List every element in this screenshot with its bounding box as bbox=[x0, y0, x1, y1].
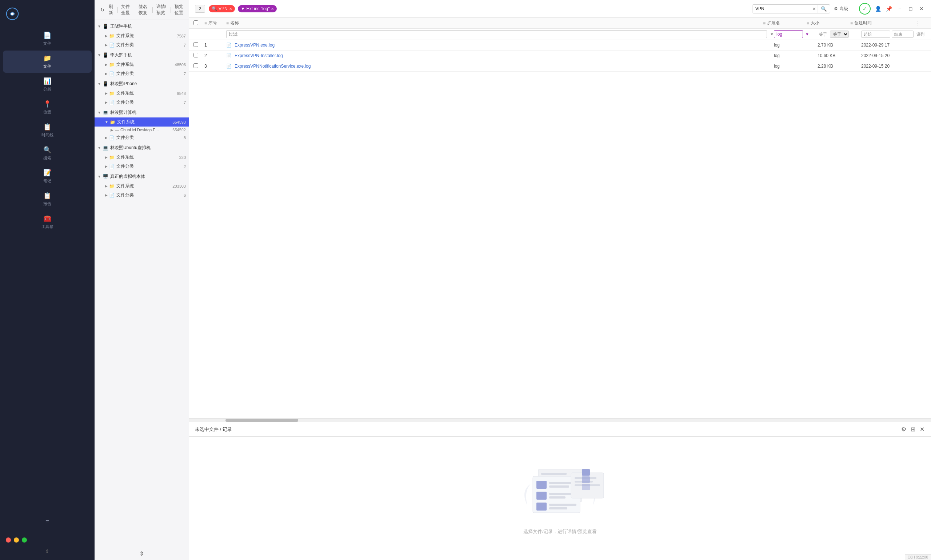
analyze-icon: 📊 bbox=[43, 77, 51, 85]
device-linjunxi-iphone: ▼ 📱 林浚熙iPhone ▶ 📁 文件系统 9548 ▶ 📄 文件分类 7 bbox=[95, 79, 189, 107]
sidebar-item-timeline[interactable]: 📋 时间线 bbox=[3, 119, 92, 142]
preview-header: 未选中文件 / 记录 ⚙ ⊞ ✕ bbox=[189, 422, 931, 437]
sidebar-menu-btn[interactable]: ☰ bbox=[5, 517, 90, 527]
sign-restore-label[interactable]: 签名恢复 bbox=[138, 4, 149, 16]
detail-preview-label[interactable]: 详情/预览 bbox=[156, 4, 167, 16]
filter-tab-2[interactable]: 2 bbox=[195, 5, 205, 13]
svg-point-1 bbox=[11, 12, 14, 15]
linjunxi-pc-subitem[interactable]: ▶ — ChunHei Desktop.E... 654592 bbox=[95, 126, 189, 133]
col-date-header[interactable]: ≡ 创建时间 bbox=[850, 20, 916, 26]
svg-rect-12 bbox=[549, 496, 566, 498]
preview-location-label[interactable]: 预览位置 bbox=[175, 4, 185, 16]
device-lidahui-header[interactable]: ▼ 📱 李大辉手机 bbox=[95, 50, 189, 60]
vpn-filter-tag[interactable]: 🔍 VPN ✕ bbox=[209, 5, 235, 12]
linjunxi-pc-filesystem[interactable]: ▼ 📁 文件系统 654593 bbox=[95, 117, 189, 126]
linjunxi-pc-filecategory[interactable]: ▶ 📄 文件分类 8 bbox=[95, 133, 189, 142]
filecategory4-label: 文件分类 bbox=[116, 135, 182, 141]
date-start-input[interactable] bbox=[861, 31, 890, 38]
filter-size-select[interactable]: 等于 大于 小于 bbox=[830, 31, 849, 38]
col-ext-header[interactable]: ≡ 扩展名 bbox=[763, 20, 806, 26]
linjunxi-iphone-filesystem[interactable]: ▶ 📁 文件系统 9548 bbox=[95, 89, 189, 98]
device-vm-name: 真正的虚拟机本体 bbox=[110, 174, 186, 180]
file-row-3-checkbox[interactable] bbox=[194, 63, 205, 69]
files-all-label[interactable]: 文件全显 bbox=[121, 4, 131, 16]
file-row-1-size: 2.70 KB bbox=[817, 43, 861, 48]
file-row-1-checkbox[interactable] bbox=[194, 42, 205, 48]
linjunxi-iphone-filecategory[interactable]: ▶ 📄 文件分类 7 bbox=[95, 98, 189, 107]
name-filter-input[interactable] bbox=[226, 30, 767, 38]
device-linjunxi-pc-header[interactable]: ▼ 💻 林浚熙计算机 bbox=[95, 108, 189, 117]
sidebar-item-analyze[interactable]: 📊 分析 bbox=[3, 74, 92, 95]
device-wangxiaolin-header[interactable]: ▼ 📱 王晓琳手机 bbox=[95, 22, 189, 31]
close-traffic-light[interactable] bbox=[6, 537, 11, 543]
col-num-header[interactable]: ≡ 序号 bbox=[205, 20, 226, 26]
lidahui-filecategory[interactable]: ▶ 📄 文件分类 7 bbox=[95, 69, 189, 78]
device-linjunxi-ubuntu-header[interactable]: ▼ 💻 林浚熙Ubuntu虚拟机 bbox=[95, 143, 189, 153]
ext-tag-close[interactable]: ✕ bbox=[271, 7, 274, 11]
traffic-lights bbox=[0, 532, 95, 545]
col-size-header[interactable]: ≡ 大小 bbox=[806, 20, 850, 26]
file-row-2-checkbox[interactable] bbox=[194, 53, 205, 58]
linjunxi-ubuntu-filesystem[interactable]: ▶ 📁 文件系统 320 bbox=[95, 153, 189, 162]
search-box: ✕ 🔍 bbox=[752, 5, 830, 14]
vm-filecategory[interactable]: ▶ 📄 文件分类 6 bbox=[95, 191, 189, 200]
device-linjunxi-iphone-header[interactable]: ▼ 📱 林浚熙iPhone bbox=[95, 79, 189, 89]
wangxiaolin-filesystem[interactable]: ▶ 📁 文件系统 7587 bbox=[95, 31, 189, 40]
row-1-checkbox[interactable] bbox=[194, 42, 198, 47]
row-2-checkbox[interactable] bbox=[194, 53, 198, 57]
wangxiaolin-filecategory[interactable]: ▶ 📄 文件分类 7 bbox=[95, 40, 189, 49]
ext-filter-tag[interactable]: ▼ Ext inc "log" ✕ bbox=[238, 5, 277, 12]
sidebar-item-location[interactable]: 📍 位置 bbox=[3, 96, 92, 118]
device-vm-header[interactable]: ▼ 🖥️ 真正的虚拟机本体 bbox=[95, 172, 189, 182]
filetree-expand-btn[interactable]: ⇕ bbox=[139, 550, 144, 557]
row-3-checkbox[interactable] bbox=[194, 63, 198, 68]
filecategory3-count: 7 bbox=[184, 100, 186, 105]
linjunxi-ubuntu-filecategory[interactable]: ▶ 📄 文件分类 2 bbox=[95, 162, 189, 171]
minimize-btn[interactable]: − bbox=[896, 5, 903, 12]
svg-rect-20 bbox=[582, 476, 590, 483]
file-link-1[interactable]: ExpressVPN.exe.log bbox=[235, 43, 275, 48]
file-row-2-name: 📄 ExpressVPN-Installer.log bbox=[226, 53, 774, 58]
vpn-tag-close[interactable]: ✕ bbox=[229, 7, 232, 11]
filter-col-size: 等于 等于 大于 小于 bbox=[817, 31, 861, 38]
advanced-search-btn[interactable]: ⚙ 高级 bbox=[830, 5, 852, 14]
preview-content: 选择文件/记录，进行详情/预览查看 bbox=[189, 437, 931, 560]
select-all-checkbox[interactable] bbox=[194, 20, 198, 25]
sidebar-item-files[interactable]: 📄 文件 bbox=[3, 28, 92, 50]
sidebar-item-tools[interactable]: 🧰 工具箱 bbox=[3, 211, 92, 233]
search-clear-btn[interactable]: ✕ bbox=[811, 5, 817, 13]
close-btn[interactable]: ✕ bbox=[918, 5, 925, 12]
maximize-traffic-light[interactable] bbox=[22, 537, 27, 543]
file-link-2[interactable]: ExpressVPN-Installer.log bbox=[235, 53, 283, 58]
maximize-btn[interactable]: □ bbox=[907, 5, 914, 12]
sidebar-item-notes[interactable]: 📝 笔记 bbox=[3, 165, 92, 187]
user-btn[interactable]: 👤 bbox=[874, 5, 882, 12]
file-active-icon: 📁 bbox=[43, 54, 51, 62]
sidebar-item-file-active[interactable]: 📁 文件 bbox=[3, 51, 92, 73]
preview-settings-btn[interactable]: ⚙ bbox=[900, 425, 907, 434]
pin-btn[interactable]: 📌 bbox=[885, 5, 893, 12]
vm-filesystem[interactable]: ▶ 📁 文件系统 203303 bbox=[95, 182, 189, 191]
refresh-btn[interactable]: ↻ bbox=[99, 6, 106, 14]
file-link-3[interactable]: ExpressVPNNotificationService.exe.log bbox=[235, 64, 311, 69]
svg-rect-11 bbox=[549, 493, 573, 495]
device-wangxiaolin-name: 王晓琳手机 bbox=[110, 23, 186, 29]
ext-filter-input[interactable] bbox=[774, 30, 803, 38]
search-submit-btn[interactable]: 🔍 bbox=[817, 5, 830, 13]
search-input[interactable] bbox=[752, 5, 811, 13]
date-end-input[interactable] bbox=[892, 31, 914, 38]
scrollbar-thumb[interactable] bbox=[225, 419, 298, 422]
horizontal-scrollbar[interactable] bbox=[189, 418, 931, 422]
filter-col-settings-btn[interactable]: 设列 bbox=[915, 31, 926, 38]
col-name-header[interactable]: ≡ 名称 bbox=[226, 20, 763, 26]
sync-status-btn[interactable]: ✓ bbox=[859, 3, 871, 15]
search-filter-icon: 🔍 bbox=[212, 6, 217, 11]
preview-close-btn[interactable]: ✕ bbox=[919, 425, 925, 434]
lidahui-filesystem[interactable]: ▶ 📁 文件系统 48506 bbox=[95, 60, 189, 69]
sidebar-expand-btn[interactable]: ⇕ bbox=[0, 545, 95, 560]
preview-split-btn[interactable]: ⊞ bbox=[910, 425, 916, 434]
minimize-traffic-light[interactable] bbox=[14, 537, 19, 543]
sidebar-item-report[interactable]: 📋 报告 bbox=[3, 188, 92, 210]
sidebar-item-search[interactable]: 🔍 搜索 bbox=[3, 142, 92, 165]
filesystem2-label: 文件系统 bbox=[116, 62, 173, 68]
